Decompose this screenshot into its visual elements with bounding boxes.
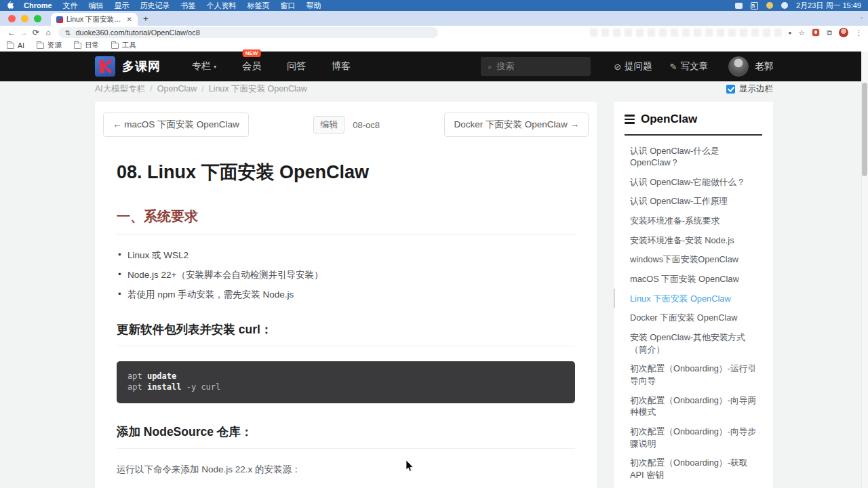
search-tabs-icon[interactable]: ● bbox=[788, 30, 791, 36]
hamburger-icon[interactable] bbox=[625, 115, 635, 123]
site-nav-item-0[interactable]: 专栏▾ bbox=[192, 60, 216, 73]
bookmark-folder[interactable]: 工具 bbox=[111, 41, 136, 50]
tab-close-icon[interactable]: ✕ bbox=[127, 16, 132, 23]
browser-profile-avatar[interactable] bbox=[839, 28, 848, 37]
next-page-button[interactable]: Docker 下面安装 OpenClaw → bbox=[444, 113, 589, 137]
browser-menu-icon[interactable]: ⋮ bbox=[855, 28, 863, 37]
toc-item[interactable]: Docker 下面安装 OpenClaw bbox=[625, 308, 762, 328]
section-heading: 一、系统要求 bbox=[117, 207, 575, 235]
new-tab-button[interactable]: + bbox=[138, 14, 155, 26]
status-misc-icon[interactable] bbox=[735, 3, 743, 9]
folder-icon bbox=[7, 43, 14, 49]
breadcrumb-item[interactable]: AI大模型专栏 bbox=[95, 84, 145, 94]
site-nav-item-3[interactable]: 博客 bbox=[332, 60, 351, 73]
tab-favicon bbox=[56, 16, 63, 23]
site-brand[interactable]: 多课网 bbox=[122, 58, 161, 75]
close-window-button[interactable] bbox=[8, 15, 16, 22]
apple-menu-icon[interactable] bbox=[7, 1, 14, 9]
menubar-item[interactable]: 窗口 bbox=[281, 1, 296, 9]
breadcrumb-item[interactable]: OpenClaw bbox=[157, 84, 197, 94]
home-button[interactable]: ⌂ bbox=[42, 28, 54, 37]
minimize-window-button[interactable] bbox=[21, 15, 28, 22]
toc-item[interactable]: 认识 OpenClaw-工作原理 bbox=[625, 192, 762, 211]
bookmark-folder[interactable]: 资源 bbox=[37, 41, 62, 50]
forward-button[interactable]: → bbox=[18, 28, 30, 37]
write-article-button[interactable]: ✎ 写文章 bbox=[670, 60, 708, 73]
toc-item[interactable]: macOS 下面安装 OpenClaw bbox=[625, 270, 762, 289]
list-item: Node.js 22+（安装脚本会自动检测并引导安装） bbox=[117, 262, 575, 281]
status-dot-icon[interactable] bbox=[766, 2, 773, 9]
toc-item[interactable]: 初次配置（Onboarding）-运行引导向导 bbox=[625, 359, 762, 390]
user-name[interactable]: 老郭 bbox=[755, 60, 773, 73]
tab-strip: Linux 下面安装 OpenClaw - 多 ✕ + ˇ bbox=[0, 11, 868, 26]
menubar-item[interactable]: 标签页 bbox=[248, 1, 270, 9]
subheading-update-curl: 更新软件包列表并安装 curl： bbox=[117, 321, 575, 346]
control-center-icon[interactable] bbox=[781, 2, 788, 9]
paragraph-nodesource: 运行以下命令来添加 Node.js 22.x 的安装源： bbox=[117, 464, 575, 476]
site-permissions-icon[interactable]: ⇅ bbox=[65, 29, 71, 37]
macos-menubar: Chrome 文件编辑显示历史记录书签个人资料标签页窗口帮助 S 2月23日 周… bbox=[0, 0, 868, 11]
menubar-item[interactable]: 编辑 bbox=[89, 1, 104, 9]
toc-item[interactable]: windows下面安装OpenClaw bbox=[625, 250, 762, 270]
bookmark-star-icon[interactable]: ☆ bbox=[798, 28, 805, 37]
toc-item[interactable]: 初次配置（Onboarding）-向导步骤说明 bbox=[625, 422, 762, 453]
toc-item[interactable]: 初次配置（Onboarding）-获取 API 密钥 bbox=[625, 453, 762, 485]
menubar-item[interactable]: 书签 bbox=[181, 1, 196, 9]
input-method-icon[interactable]: S bbox=[751, 2, 758, 9]
reload-button[interactable]: ⟳ bbox=[30, 28, 42, 37]
tab-overview-chevron-icon[interactable]: ˇ bbox=[861, 16, 863, 23]
edit-button[interactable]: 编辑 bbox=[313, 116, 344, 134]
checkbox-checked-icon[interactable] bbox=[726, 85, 735, 94]
menubar-item[interactable]: 历史记录 bbox=[140, 1, 170, 9]
folder-icon bbox=[111, 43, 119, 49]
ask-question-button[interactable]: ⊘ 提问题 bbox=[614, 60, 652, 73]
bookmarks-bar: AI资源日常工具 bbox=[0, 39, 868, 52]
site-nav: 专栏▾会员NEW问答博客 bbox=[192, 60, 351, 73]
new-badge: NEW bbox=[243, 49, 261, 57]
site-logo[interactable] bbox=[95, 56, 115, 77]
folder-icon bbox=[74, 43, 81, 49]
site-search[interactable]: ⌕ 搜索 bbox=[481, 57, 591, 76]
menubar-item[interactable]: 个人资料 bbox=[207, 1, 237, 9]
toc-item[interactable]: 初次配置（Onboarding）-配置 Web 搜索（可选） bbox=[625, 485, 762, 488]
toc-item-active[interactable]: Linux 下面安装 OpenClaw bbox=[614, 289, 762, 308]
chevron-down-icon: ▾ bbox=[214, 64, 216, 70]
mouse-cursor bbox=[406, 460, 414, 472]
menubar-clock[interactable]: 2月23日 周一 15:49 bbox=[796, 1, 861, 11]
watermark bbox=[590, 28, 787, 37]
toc-item[interactable]: 安装 OpenClaw-其他安装方式（简介） bbox=[625, 328, 762, 359]
back-button[interactable]: ← bbox=[5, 28, 18, 37]
show-sidebar-toggle[interactable]: 显示边栏 bbox=[726, 83, 773, 95]
user-avatar[interactable] bbox=[728, 56, 749, 77]
extension-icon[interactable] bbox=[812, 28, 820, 37]
browser-tab[interactable]: Linux 下面安装 OpenClaw - 多 ✕ bbox=[51, 13, 138, 26]
search-placeholder: 搜索 bbox=[496, 60, 514, 73]
toc-item[interactable]: 初次配置（Onboarding）-向导两种模式 bbox=[625, 390, 762, 422]
menubar-item[interactable]: 帮助 bbox=[307, 1, 321, 9]
bookmark-folder[interactable]: AI bbox=[7, 41, 24, 49]
question-circle-icon: ⊘ bbox=[614, 62, 621, 72]
url-field[interactable]: ⇅ duoke360.com/tutorial/OpenClaw/oc8 bbox=[58, 27, 438, 38]
zoom-window-button[interactable] bbox=[34, 15, 41, 22]
breadcrumb-item[interactable]: Linux 下面安装 OpenClaw bbox=[209, 84, 307, 94]
site-nav-item-2[interactable]: 问答 bbox=[287, 60, 306, 73]
menubar-app-name[interactable]: Chrome bbox=[24, 1, 52, 9]
page-scrollbar[interactable] bbox=[861, 52, 868, 488]
breadcrumb: AI大模型专栏/OpenClaw/Linux 下面安装 OpenClaw bbox=[95, 83, 307, 95]
menubar-item[interactable]: 显示 bbox=[115, 1, 130, 9]
toc-item[interactable]: 安装环境准备-安装 Node.js bbox=[625, 230, 762, 250]
menubar-items: 文件编辑显示历史记录书签个人资料标签页窗口帮助 bbox=[63, 1, 332, 11]
toc-sidebar: OpenClaw 认识 OpenClaw-什么是 OpenClaw？认识 Ope… bbox=[614, 102, 773, 488]
breadcrumb-row: AI大模型专栏/OpenClaw/Linux 下面安装 OpenClaw 显示边… bbox=[95, 81, 773, 96]
menubar-item[interactable]: 文件 bbox=[63, 1, 78, 9]
bookmark-folder[interactable]: 日常 bbox=[74, 41, 99, 50]
site-nav-item-1[interactable]: 会员NEW bbox=[242, 60, 261, 73]
prev-page-button[interactable]: ← macOS 下面安装 OpenClaw bbox=[103, 113, 249, 137]
scrollbar-thumb[interactable] bbox=[862, 83, 867, 176]
extensions-puzzle-icon[interactable]: ⧉ bbox=[827, 28, 832, 37]
toc-item[interactable]: 认识 OpenClaw-什么是 OpenClaw？ bbox=[625, 141, 762, 172]
list-item: 若使用 npm 手动安装，需先安装 Node.js bbox=[117, 281, 575, 301]
toc-item[interactable]: 认识 OpenClaw-它能做什么？ bbox=[625, 172, 762, 192]
toc-item[interactable]: 安装环境准备-系统要求 bbox=[625, 211, 762, 231]
code-block-apt[interactable]: apt updateapt install -y curl bbox=[117, 361, 575, 403]
